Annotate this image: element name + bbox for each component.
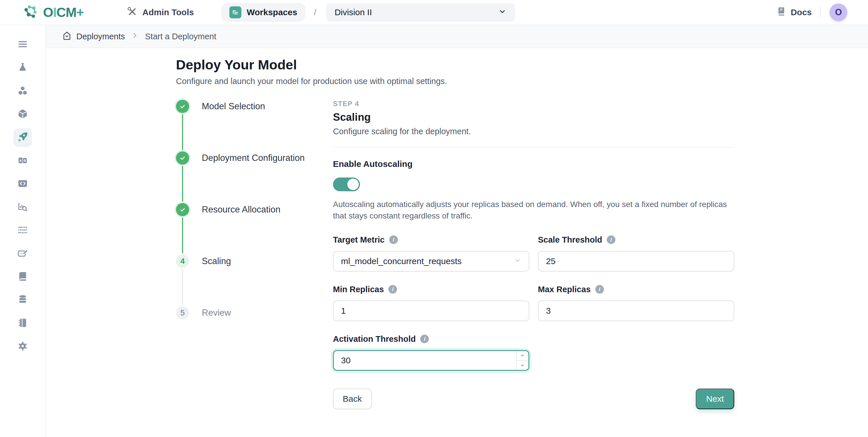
step-connector [182, 114, 183, 150]
sidebar-item-docs-library[interactable] [13, 268, 32, 286]
deployment-stepper: Model Selection Deployment Configuration… [176, 100, 333, 409]
target-metric-label: Target Metric [333, 235, 384, 245]
edit-icon [17, 248, 28, 260]
autoscaling-label: Enable Autoscaling [333, 159, 734, 169]
step-complete-badge [176, 100, 189, 113]
scale-threshold-input[interactable] [546, 256, 726, 266]
top-bar: OICM+ Admin Tools Workspaces / Division … [0, 0, 868, 25]
info-icon[interactable]: i [595, 285, 604, 294]
workspace-selector[interactable]: Division II [326, 3, 515, 22]
logo-wordmark: OICM+ [43, 5, 84, 20]
scale-threshold-label: Scale Threshold [538, 235, 602, 245]
info-icon[interactable]: i [389, 285, 397, 294]
breadcrumb-deployments[interactable]: Deployments [62, 31, 125, 42]
docs-button[interactable]: Docs [776, 7, 812, 19]
step-connector [182, 217, 183, 254]
step-complete-badge [176, 152, 189, 165]
user-avatar[interactable]: O [830, 3, 847, 21]
back-button[interactable]: Back [333, 389, 372, 409]
menu-icon [17, 39, 28, 51]
chevron-down-icon [498, 7, 506, 18]
stepper-down-button[interactable] [517, 360, 528, 370]
sidebar-item-monitoring[interactable] [13, 198, 32, 216]
sidebar-item-packages[interactable] [13, 105, 32, 124]
max-replicas-label: Max Replicas [538, 285, 591, 294]
step-tag: STEP 4 [333, 100, 734, 108]
sidebar-item-tuning[interactable] [13, 222, 32, 240]
panel-subtitle: Configure scaling for the deployment. [333, 127, 734, 136]
app-logo[interactable]: OICM+ [22, 4, 84, 21]
sidebar-item-datasets[interactable] [13, 291, 32, 309]
tools-icon [127, 6, 137, 19]
step-number-badge: 5 [176, 306, 189, 320]
journal-icon [17, 271, 28, 283]
breadcrumb-current: Start a Deployment [145, 32, 216, 41]
sidebar-item-annotations[interactable] [13, 245, 32, 263]
sidebar-item-api[interactable] [13, 175, 32, 193]
info-icon[interactable]: i [389, 235, 398, 244]
min-replicas-input[interactable] [341, 306, 521, 316]
toggle-knob [347, 179, 359, 190]
database-icon [17, 294, 28, 306]
activation-threshold-label: Activation Threshold [333, 334, 415, 344]
flask-icon [17, 62, 28, 74]
step-review[interactable]: 5 Review [176, 306, 333, 320]
next-button[interactable]: Next [696, 389, 734, 409]
rocket-icon [17, 131, 28, 144]
info-icon[interactable]: i [607, 235, 615, 244]
breadcrumb: Deployments Start a Deployment [46, 25, 868, 48]
autoscaling-description: Autoscaling automatically adjusts your r… [333, 199, 732, 222]
activation-threshold-input[interactable] [341, 356, 516, 365]
step-scaling[interactable]: 4 Scaling [176, 255, 333, 268]
page-title: Deploy Your Model [176, 57, 868, 72]
sidebar-item-model-registry[interactable] [13, 82, 32, 100]
ab-test-icon: AB [17, 155, 28, 167]
activation-threshold-field [333, 350, 529, 371]
notebook-icon [17, 317, 28, 330]
code-icon [17, 178, 28, 190]
page-subtitle: Configure and launch your model for prod… [176, 76, 868, 86]
admin-tools-button[interactable]: Admin Tools [127, 6, 194, 19]
chevron-right-icon [131, 32, 138, 41]
home-icon [62, 31, 72, 42]
svg-text:B: B [24, 159, 26, 162]
autoscaling-toggle[interactable] [333, 177, 360, 191]
path-separator: / [314, 8, 316, 17]
scaling-step-panel: STEP 4 Scaling Configure scaling for the… [333, 100, 734, 409]
cubes-icon [17, 85, 28, 97]
step-connector [182, 166, 183, 202]
stepper-up-button[interactable] [517, 351, 528, 360]
sidebar-item-menu[interactable] [13, 36, 32, 54]
book-icon [776, 7, 786, 19]
chevron-down-icon [514, 256, 521, 266]
workspaces-icon [229, 6, 241, 19]
sidebar-item-notebooks[interactable] [13, 314, 32, 333]
chart-search-icon [17, 201, 28, 213]
step-complete-badge [176, 203, 189, 216]
sidebar-item-settings[interactable] [13, 337, 32, 356]
step-connector [182, 269, 183, 305]
sidebar-item-ab-testing[interactable]: AB [13, 152, 32, 170]
info-icon[interactable]: i [420, 335, 429, 343]
step-number-badge: 4 [176, 255, 189, 268]
sidebar-item-deployments[interactable] [13, 129, 32, 147]
step-model-selection[interactable]: Model Selection [176, 100, 333, 113]
min-replicas-label: Min Replicas [333, 285, 384, 294]
panel-title: Scaling [333, 111, 734, 123]
logo-mark-icon [22, 4, 40, 21]
number-stepper [516, 351, 528, 370]
target-metric-select[interactable]: ml_model_concurrent_requests [333, 251, 529, 272]
gear-icon [17, 341, 28, 353]
topbar-divider [820, 6, 821, 19]
package-icon [17, 108, 28, 121]
sidebar-item-experiments[interactable] [13, 59, 32, 77]
sidebar: AB [0, 25, 46, 437]
workspaces-button[interactable]: Workspaces [221, 3, 305, 22]
step-resource-allocation[interactable]: Resource Allocation [176, 203, 333, 216]
step-deployment-configuration[interactable]: Deployment Configuration [176, 152, 333, 165]
sliders-icon [17, 225, 28, 237]
panel-divider [333, 147, 734, 148]
svg-text:A: A [20, 159, 22, 162]
max-replicas-input[interactable] [546, 306, 726, 316]
